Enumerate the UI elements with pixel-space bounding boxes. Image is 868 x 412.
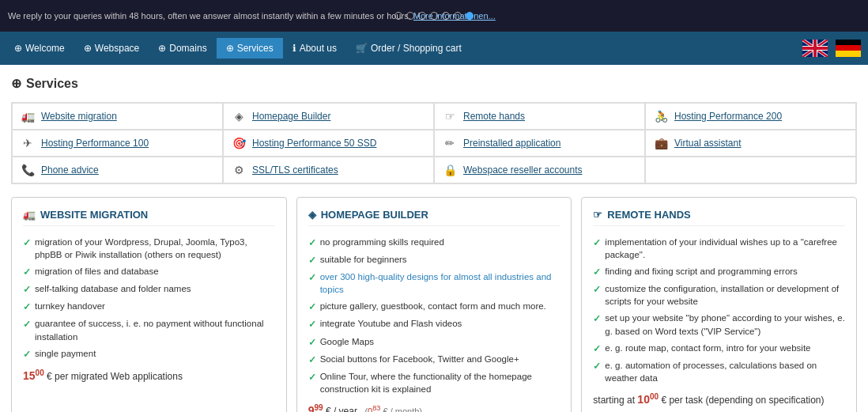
migration-list: ✓migration of your Wordpress, Drupal, Jo… [23, 236, 275, 361]
list-item: ✓customize the configuration, installati… [593, 282, 845, 308]
flag-uk-button[interactable] [800, 37, 830, 59]
list-item: ✓turnkey handover [23, 300, 275, 313]
service-link-phone-advice[interactable]: Phone advice [41, 164, 99, 176]
nav-services[interactable]: ⊕ Services [217, 38, 283, 59]
service-link-hosting-100[interactable]: Hosting Performance 100 [41, 138, 149, 149]
panel-remote-hands: ☞ REMOTE HANDS ✓implementation of your i… [581, 197, 857, 412]
banner: We reply to your queries within 48 hours… [0, 0, 868, 32]
panel-homepage-builder: ◈ HOMEPAGE BUILDER ✓no programming skill… [296, 197, 572, 412]
list-item: ✓single payment [23, 347, 275, 361]
list-item: ✓migration of your Wordpress, Drupal, Jo… [23, 236, 275, 261]
service-link-ssl[interactable]: SSL/TLS certificates [252, 164, 338, 176]
list-item: ✓e. g. route map, contact form, intro fo… [593, 342, 845, 355]
list-item: ✓set up your website "by phone" accordin… [593, 312, 845, 337]
service-link-reseller[interactable]: Webspace reseller accounts [463, 164, 583, 176]
list-item: ✓Social buttons for Facebook, Twitter an… [308, 353, 560, 366]
phone-icon: 📞 [21, 164, 35, 176]
gear-icon: ⚙ [232, 164, 246, 176]
svg-rect-10 [836, 45, 861, 51]
service-cell-empty [645, 157, 856, 183]
service-link-preinstalled[interactable]: Preinstalled application [463, 138, 560, 149]
about-icon: ℹ [292, 43, 296, 54]
bike-icon: 🚴 [654, 110, 668, 123]
builder-price: 999 € / year (083 € / month) [308, 403, 560, 412]
lock-icon: 🔒 [443, 164, 457, 176]
list-item: ✓picture gallery, guestbook, contact for… [308, 300, 560, 313]
remote-list: ✓implementation of your individual wishe… [593, 236, 845, 384]
service-cell-phone-advice[interactable]: 📞 Phone advice [12, 157, 223, 183]
service-cell-website-migration[interactable]: 🚛 Website migration [12, 103, 223, 130]
target-icon: 🎯 [232, 137, 246, 149]
nav-webspace[interactable]: ⊕ Webspace [74, 38, 149, 59]
list-item: ✓migration of files and database [23, 265, 275, 278]
nav-welcome[interactable]: ⊕ Welcome [5, 38, 74, 59]
services-grid: 🚛 Website migration ◈ Homepage Builder ☞… [11, 102, 857, 184]
services-page-icon: ⊕ [11, 76, 21, 91]
list-item: ✓no programming skills required [308, 236, 560, 249]
migration-price: 1500 € per migrated Web applications [23, 369, 275, 382]
builder-title-icon: ◈ [308, 209, 316, 221]
list-item: ✓guarantee of success, i. e. no payment … [23, 317, 275, 342]
service-cell-remote-hands[interactable]: ☞ Remote hands [434, 103, 645, 130]
hand-icon: ☞ [443, 110, 457, 123]
feature-panels: 🚛 WEBSITE MIGRATION ✓migration of your W… [11, 197, 857, 412]
service-link-remote-hands[interactable]: Remote hands [463, 111, 525, 122]
welcome-icon: ⊕ [14, 43, 22, 54]
service-cell-hosting-100[interactable]: ✈ Hosting Performance 100 [12, 130, 223, 157]
migration-title-icon: 🚛 [23, 209, 36, 221]
flag-de-button[interactable] [833, 37, 863, 59]
service-cell-reseller[interactable]: 🔒 Webspace reseller accounts [434, 157, 645, 183]
svg-rect-8 [802, 47, 828, 50]
panel-title-builder: ◈ HOMEPAGE BUILDER [308, 209, 560, 226]
service-link-virtual-assistant[interactable]: Virtual assistant [674, 138, 742, 149]
panel-website-migration: 🚛 WEBSITE MIGRATION ✓migration of your W… [11, 197, 287, 412]
svg-rect-11 [836, 51, 861, 57]
panel-title-remote: ☞ REMOTE HANDS [593, 209, 845, 226]
list-item: ✓Google Maps [308, 335, 560, 349]
pencil-icon: ✏ [443, 137, 457, 149]
service-cell-virtual-assistant[interactable]: 💼 Virtual assistant [645, 130, 856, 157]
service-link-homepage-builder[interactable]: Homepage Builder [252, 111, 330, 122]
builder-list: ✓no programming skills required ✓suitabl… [308, 236, 560, 395]
nav-domains[interactable]: ⊕ Domains [149, 38, 216, 59]
service-cell-hosting-200[interactable]: 🚴 Hosting Performance 200 [645, 103, 856, 130]
nav-order[interactable]: 🛒 Order / Shopping cart [346, 38, 471, 59]
list-item: ✓e. g. automation of processes, calculat… [593, 359, 845, 384]
service-link-website-migration[interactable]: Website migration [41, 111, 117, 122]
page-content: ⊕ Services 🚛 Website migration ◈ Homepag… [0, 65, 868, 412]
service-cell-homepage-builder[interactable]: ◈ Homepage Builder [223, 103, 434, 130]
remote-price: starting at 1000 € per task (depending o… [593, 392, 845, 406]
service-link-hosting-200[interactable]: Hosting Performance 200 [674, 111, 782, 122]
svg-rect-9 [836, 40, 861, 46]
list-item: ✓self-talking database and folder names [23, 282, 275, 296]
services-icon: ⊕ [226, 43, 234, 54]
diamond-icon: ◈ [232, 110, 246, 123]
list-item: ✓integrate Youtube and Flash videos [308, 317, 560, 331]
list-item: ✓suitable for beginners [308, 253, 560, 266]
panel-title-migration: 🚛 WEBSITE MIGRATION [23, 209, 275, 226]
page-title: ⊕ Services [11, 76, 857, 91]
banner-dots [394, 12, 474, 20]
plane-icon: ✈ [21, 137, 35, 149]
list-item: ✓Online Tour, where the functionality of… [308, 370, 560, 395]
list-item: ✓implementation of your individual wishe… [593, 236, 845, 261]
banner-message: We reply to your queries within 48 hours… [8, 11, 411, 21]
service-cell-hosting-50[interactable]: 🎯 Hosting Performance 50 SSD [223, 130, 434, 157]
service-cell-ssl[interactable]: ⚙ SSL/TLS certificates [223, 157, 434, 183]
remote-title-icon: ☞ [593, 209, 602, 221]
service-cell-preinstalled[interactable]: ✏ Preinstalled application [434, 130, 645, 157]
webspace-icon: ⊕ [84, 43, 92, 54]
service-link-hosting-50[interactable]: Hosting Performance 50 SSD [252, 138, 376, 149]
main-nav: ⊕ Welcome ⊕ Webspace ⊕ Domains ⊕ Service… [0, 32, 868, 65]
list-item: ✓finding and fixing script and programmi… [593, 265, 845, 278]
domains-icon: ⊕ [158, 43, 166, 54]
nav-about[interactable]: ℹ About us [283, 38, 346, 59]
briefcase-icon: 💼 [654, 137, 668, 149]
cart-icon: 🛒 [356, 43, 368, 54]
truck-icon: 🚛 [21, 110, 35, 123]
list-item: ✓over 300 high-quality designs for almos… [308, 270, 560, 296]
